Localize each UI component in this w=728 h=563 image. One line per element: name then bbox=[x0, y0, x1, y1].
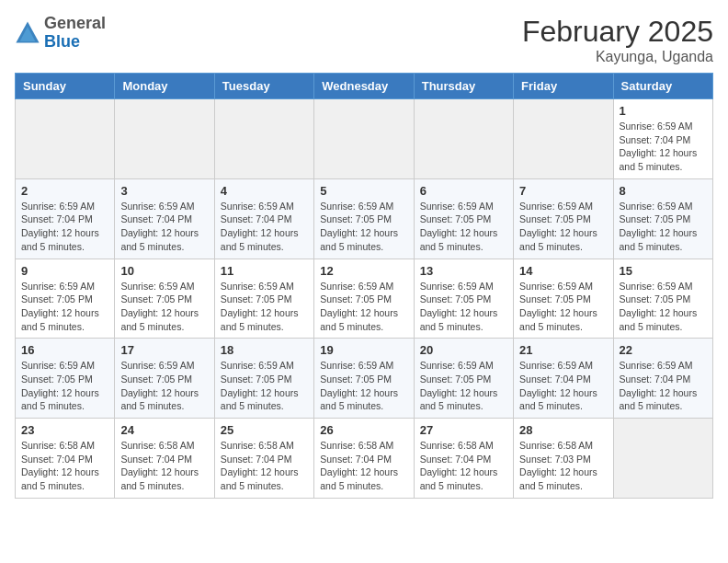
calendar-cell: 8Sunrise: 6:59 AMSunset: 7:05 PMDaylight… bbox=[613, 178, 712, 259]
day-number: 1 bbox=[620, 104, 707, 118]
day-number: 9 bbox=[21, 264, 108, 278]
day-info: Sunrise: 6:59 AMSunset: 7:05 PMDaylight:… bbox=[420, 200, 507, 254]
calendar-cell: 2Sunrise: 6:59 AMSunset: 7:04 PMDaylight… bbox=[16, 178, 115, 259]
weekday-header-wednesday: Wednesday bbox=[314, 74, 414, 99]
day-number: 11 bbox=[221, 264, 308, 278]
day-number: 28 bbox=[519, 423, 607, 437]
calendar-cell: 24Sunrise: 6:58 AMSunset: 7:04 PMDayligh… bbox=[115, 419, 214, 499]
calendar-cell: 12Sunrise: 6:59 AMSunset: 7:05 PMDayligh… bbox=[314, 259, 414, 339]
day-info: Sunrise: 6:59 AMSunset: 7:05 PMDaylight:… bbox=[420, 359, 507, 413]
page-header: General Blue February 2025 Kayunga, Ugan… bbox=[15, 15, 713, 65]
day-info: Sunrise: 6:59 AMSunset: 7:05 PMDaylight:… bbox=[120, 280, 208, 334]
day-number: 2 bbox=[21, 184, 108, 198]
day-number: 14 bbox=[519, 264, 607, 278]
calendar-cell: 18Sunrise: 6:59 AMSunset: 7:05 PMDayligh… bbox=[214, 339, 313, 419]
day-number: 24 bbox=[120, 423, 208, 437]
day-number: 15 bbox=[620, 264, 707, 278]
logo-general: General bbox=[44, 15, 106, 33]
weekday-header-tuesday: Tuesday bbox=[214, 74, 313, 99]
day-info: Sunrise: 6:59 AMSunset: 7:05 PMDaylight:… bbox=[320, 280, 407, 334]
day-info: Sunrise: 6:59 AMSunset: 7:04 PMDaylight:… bbox=[519, 359, 607, 413]
calendar-cell: 16Sunrise: 6:59 AMSunset: 7:05 PMDayligh… bbox=[16, 339, 115, 419]
day-number: 20 bbox=[420, 343, 507, 357]
calendar-cell: 10Sunrise: 6:59 AMSunset: 7:05 PMDayligh… bbox=[115, 259, 214, 339]
calendar-cell bbox=[314, 99, 414, 179]
day-info: Sunrise: 6:59 AMSunset: 7:04 PMDaylight:… bbox=[620, 359, 707, 413]
calendar-week-row: 23Sunrise: 6:58 AMSunset: 7:04 PMDayligh… bbox=[16, 419, 713, 499]
day-info: Sunrise: 6:59 AMSunset: 7:05 PMDaylight:… bbox=[221, 359, 308, 413]
calendar-cell: 9Sunrise: 6:59 AMSunset: 7:05 PMDaylight… bbox=[16, 259, 115, 339]
calendar-cell: 21Sunrise: 6:59 AMSunset: 7:04 PMDayligh… bbox=[514, 339, 613, 419]
day-number: 26 bbox=[320, 423, 407, 437]
day-info: Sunrise: 6:59 AMSunset: 7:05 PMDaylight:… bbox=[120, 359, 208, 413]
title-block: February 2025 Kayunga, Uganda bbox=[522, 15, 713, 65]
day-number: 7 bbox=[519, 184, 607, 198]
calendar-cell bbox=[414, 99, 513, 179]
logo: General Blue bbox=[15, 15, 106, 52]
day-info: Sunrise: 6:59 AMSunset: 7:05 PMDaylight:… bbox=[320, 200, 407, 254]
day-number: 4 bbox=[221, 184, 308, 198]
day-info: Sunrise: 6:59 AMSunset: 7:05 PMDaylight:… bbox=[420, 280, 507, 334]
day-info: Sunrise: 6:59 AMSunset: 7:04 PMDaylight:… bbox=[120, 200, 208, 254]
calendar-cell bbox=[514, 99, 613, 179]
weekday-header-monday: Monday bbox=[115, 74, 214, 99]
day-info: Sunrise: 6:59 AMSunset: 7:04 PMDaylight:… bbox=[221, 200, 308, 254]
calendar-table: SundayMondayTuesdayWednesdayThursdayFrid… bbox=[15, 73, 713, 499]
calendar-week-row: 1Sunrise: 6:59 AMSunset: 7:04 PMDaylight… bbox=[16, 99, 713, 179]
calendar-cell: 7Sunrise: 6:59 AMSunset: 7:05 PMDaylight… bbox=[514, 178, 613, 259]
calendar-cell: 4Sunrise: 6:59 AMSunset: 7:04 PMDaylight… bbox=[214, 178, 313, 259]
weekday-header-saturday: Saturday bbox=[613, 74, 712, 99]
day-info: Sunrise: 6:59 AMSunset: 7:04 PMDaylight:… bbox=[21, 200, 108, 254]
calendar-cell: 22Sunrise: 6:59 AMSunset: 7:04 PMDayligh… bbox=[613, 339, 712, 419]
calendar-cell: 17Sunrise: 6:59 AMSunset: 7:05 PMDayligh… bbox=[115, 339, 214, 419]
calendar-cell: 14Sunrise: 6:59 AMSunset: 7:05 PMDayligh… bbox=[514, 259, 613, 339]
calendar-cell: 20Sunrise: 6:59 AMSunset: 7:05 PMDayligh… bbox=[414, 339, 513, 419]
calendar-cell bbox=[613, 419, 712, 499]
day-number: 12 bbox=[320, 264, 407, 278]
day-number: 13 bbox=[420, 264, 507, 278]
logo-text: General Blue bbox=[44, 15, 106, 52]
day-info: Sunrise: 6:59 AMSunset: 7:05 PMDaylight:… bbox=[620, 200, 707, 254]
day-info: Sunrise: 6:58 AMSunset: 7:04 PMDaylight:… bbox=[120, 439, 208, 493]
day-info: Sunrise: 6:59 AMSunset: 7:05 PMDaylight:… bbox=[320, 359, 407, 413]
day-number: 10 bbox=[120, 264, 208, 278]
day-info: Sunrise: 6:59 AMSunset: 7:05 PMDaylight:… bbox=[221, 280, 308, 334]
calendar-cell: 5Sunrise: 6:59 AMSunset: 7:05 PMDaylight… bbox=[314, 178, 414, 259]
calendar-cell: 27Sunrise: 6:58 AMSunset: 7:04 PMDayligh… bbox=[414, 419, 513, 499]
weekday-header-sunday: Sunday bbox=[16, 74, 115, 99]
weekday-header-thursday: Thursday bbox=[414, 74, 513, 99]
calendar-cell: 28Sunrise: 6:58 AMSunset: 7:03 PMDayligh… bbox=[514, 419, 613, 499]
day-info: Sunrise: 6:59 AMSunset: 7:05 PMDaylight:… bbox=[519, 280, 607, 334]
day-number: 6 bbox=[420, 184, 507, 198]
day-info: Sunrise: 6:59 AMSunset: 7:05 PMDaylight:… bbox=[21, 280, 108, 334]
day-number: 19 bbox=[320, 343, 407, 357]
day-info: Sunrise: 6:58 AMSunset: 7:03 PMDaylight:… bbox=[519, 439, 607, 493]
day-info: Sunrise: 6:58 AMSunset: 7:04 PMDaylight:… bbox=[420, 439, 507, 493]
day-number: 27 bbox=[420, 423, 507, 437]
calendar-cell: 19Sunrise: 6:59 AMSunset: 7:05 PMDayligh… bbox=[314, 339, 414, 419]
calendar-cell: 3Sunrise: 6:59 AMSunset: 7:04 PMDaylight… bbox=[115, 178, 214, 259]
calendar-cell bbox=[214, 99, 313, 179]
calendar-cell: 11Sunrise: 6:59 AMSunset: 7:05 PMDayligh… bbox=[214, 259, 313, 339]
calendar-cell bbox=[16, 99, 115, 179]
day-number: 5 bbox=[320, 184, 407, 198]
weekday-header-friday: Friday bbox=[514, 74, 613, 99]
calendar-cell: 6Sunrise: 6:59 AMSunset: 7:05 PMDaylight… bbox=[414, 178, 513, 259]
day-number: 25 bbox=[221, 423, 308, 437]
day-number: 21 bbox=[519, 343, 607, 357]
day-info: Sunrise: 6:59 AMSunset: 7:04 PMDaylight:… bbox=[620, 120, 707, 174]
logo-blue: Blue bbox=[44, 33, 106, 52]
calendar-title: February 2025 bbox=[522, 15, 713, 49]
day-number: 18 bbox=[221, 343, 308, 357]
day-number: 16 bbox=[21, 343, 108, 357]
day-info: Sunrise: 6:59 AMSunset: 7:05 PMDaylight:… bbox=[21, 359, 108, 413]
day-number: 3 bbox=[120, 184, 208, 198]
calendar-cell bbox=[115, 99, 214, 179]
logo-icon bbox=[15, 20, 40, 46]
calendar-week-row: 16Sunrise: 6:59 AMSunset: 7:05 PMDayligh… bbox=[16, 339, 713, 419]
calendar-cell: 25Sunrise: 6:58 AMSunset: 7:04 PMDayligh… bbox=[214, 419, 313, 499]
calendar-subtitle: Kayunga, Uganda bbox=[522, 49, 713, 65]
calendar-cell: 15Sunrise: 6:59 AMSunset: 7:05 PMDayligh… bbox=[613, 259, 712, 339]
day-info: Sunrise: 6:58 AMSunset: 7:04 PMDaylight:… bbox=[320, 439, 407, 493]
calendar-cell: 13Sunrise: 6:59 AMSunset: 7:05 PMDayligh… bbox=[414, 259, 513, 339]
